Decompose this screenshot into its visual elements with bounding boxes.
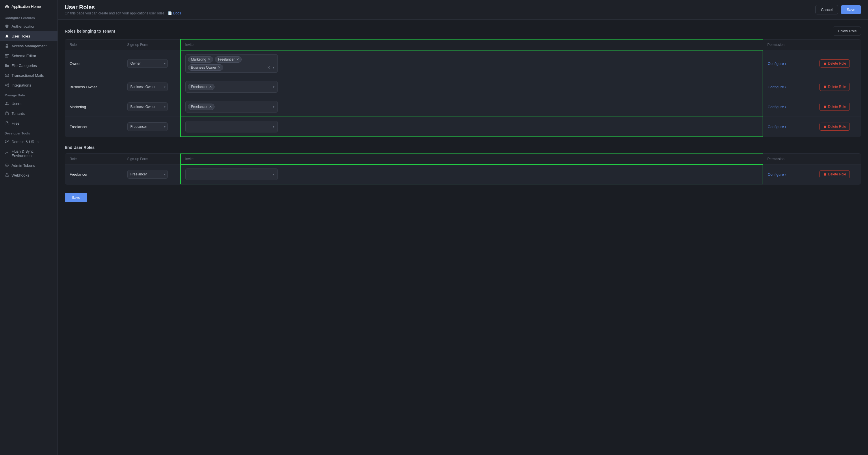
sidebar-item-flush-sync[interactable]: Flush & Sync Environment [0, 147, 58, 160]
col-actions-header [815, 39, 861, 50]
folder-icon [5, 63, 9, 68]
tag-dropdown-bo[interactable]: ▾ [272, 85, 275, 90]
signup-select-owner[interactable]: Owner [127, 59, 168, 68]
invite-tags-mkt[interactable]: Freelancer ✕ ▾ [185, 101, 278, 112]
sidebar-item-integrations[interactable]: Integrations [0, 80, 58, 90]
role-name-freelancer-eu: Freelancer [65, 164, 123, 185]
tag-clear-owner[interactable]: ✕ [267, 65, 271, 70]
sidebar-item-access-management[interactable]: Access Management [0, 41, 58, 51]
col-invite-header: Invite [181, 39, 763, 50]
sync-icon [5, 151, 9, 156]
delete-role-fl-eu[interactable]: Delete Role [819, 170, 850, 178]
docs-link[interactable]: 📄 Docs [166, 11, 181, 15]
save-button-top[interactable]: Save [841, 5, 861, 14]
signup-select-mkt[interactable]: Business Owner [127, 102, 168, 111]
signup-select-bo[interactable]: Business Owner [127, 83, 168, 91]
sidebar-item-schema-editor[interactable]: Schema Editor [0, 51, 58, 61]
svg-point-0 [6, 35, 7, 36]
sidebar-item-app-home[interactable]: Application Home [0, 0, 58, 13]
sidebar-item-webhooks[interactable]: Webhooks [0, 170, 58, 180]
table-row: Business Owner Business Owner ▾ Freel [65, 77, 861, 97]
svg-rect-3 [5, 55, 7, 56]
signup-form-select-fl-eu[interactable]: Freelancer ▾ [127, 170, 168, 178]
sidebar-item-authentication[interactable]: Authentication [0, 21, 58, 31]
tenant-roles-title: Roles belonging to Tenant [65, 29, 115, 33]
sidebar-item-tenants[interactable]: Tenants [0, 108, 58, 118]
invite-tags-fl-eu[interactable]: ▾ [185, 168, 278, 180]
signup-select-fl-eu[interactable]: Freelancer [127, 170, 168, 178]
col-permission-header-eu: Permission [763, 154, 815, 164]
topbar: User Roles On this page you can create a… [58, 0, 868, 20]
col-permission-header: Permission [763, 39, 815, 50]
sidebar-item-users[interactable]: Users [0, 99, 58, 108]
tenants-icon [5, 111, 9, 116]
signup-form-select-mkt[interactable]: Business Owner ▾ [127, 102, 168, 111]
actions-col-bo: Delete Role [815, 77, 861, 97]
svg-rect-4 [5, 57, 8, 58]
mail-icon [5, 73, 9, 77]
role-name-freelancer: Freelancer [65, 117, 123, 137]
actions-col-owner: Delete Role [815, 50, 861, 77]
main-content: User Roles On this page you can create a… [58, 0, 868, 455]
manage-data-label: Manage Data [0, 90, 58, 99]
tag-close-freelancer-mkt[interactable]: ✕ [209, 105, 212, 108]
save-button-bottom[interactable]: Save [65, 193, 87, 202]
configure-link-fl[interactable]: Configure › [768, 125, 786, 129]
invite-tags-fl[interactable]: ▾ [185, 121, 278, 132]
delete-role-fl[interactable]: Delete Role [819, 123, 850, 131]
tag-close-freelancer-bo[interactable]: ✕ [209, 85, 212, 89]
invite-tags-bo[interactable]: Freelancer ✕ ▾ [185, 81, 278, 93]
sidebar-item-transactional-mails[interactable]: Transactional Mails [0, 70, 58, 80]
new-role-button[interactable]: + New Role [833, 27, 861, 35]
tag-dropdown-fl-eu[interactable]: ▾ [272, 172, 275, 177]
tag-close-freelancer[interactable]: ✕ [236, 58, 239, 61]
signup-form-marketing: Business Owner ▾ [123, 97, 181, 117]
sidebar-item-user-roles[interactable]: User Roles [0, 31, 58, 41]
end-user-roles-table: Role Sign-up Form Invite Permission Free… [65, 153, 861, 185]
svg-line-9 [6, 84, 7, 85]
signup-form-owner: Owner ▾ [123, 50, 181, 77]
signup-form-select-fl[interactable]: Freelancer ▾ [127, 122, 168, 131]
configure-link-owner[interactable]: Configure › [768, 61, 786, 66]
tag-input-controls-fl: ▾ [272, 124, 275, 129]
role-name-owner: Owner [65, 50, 123, 77]
configure-link-bo[interactable]: Configure › [768, 85, 786, 89]
signup-form-freelancer: Freelancer ▾ [123, 117, 181, 137]
invite-tags-owner[interactable]: Marketing ✕ Freelancer ✕ Business Owner … [185, 54, 278, 73]
svg-rect-16 [7, 141, 8, 142]
delete-role-mkt[interactable]: Delete Role [819, 103, 850, 111]
tag-dropdown-owner[interactable]: ▾ [272, 65, 275, 70]
tag-close-marketing[interactable]: ✕ [208, 58, 211, 61]
svg-point-11 [6, 102, 7, 103]
svg-point-12 [7, 102, 9, 104]
delete-role-bo[interactable]: Delete Role [819, 83, 850, 91]
sidebar-item-domain-urls[interactable]: Domain & URLs [0, 137, 58, 147]
actions-col-fl: Delete Role [815, 117, 861, 137]
tag-business-owner: Business Owner ✕ [188, 64, 223, 71]
cancel-button[interactable]: Cancel [815, 5, 838, 14]
sidebar-item-file-categories[interactable]: File Categories [0, 61, 58, 70]
permission-col-fl-eu: Configure › [763, 164, 815, 185]
user-roles-icon [5, 34, 9, 38]
delete-role-owner[interactable]: Delete Role [819, 59, 850, 67]
tag-dropdown-mkt[interactable]: ▾ [272, 104, 275, 109]
svg-rect-2 [5, 54, 9, 55]
sidebar-item-files[interactable]: Files [0, 118, 58, 128]
signup-form-select-owner[interactable]: Owner ▾ [127, 59, 168, 68]
svg-point-21 [6, 165, 7, 166]
bottom-actions: Save [65, 193, 861, 208]
configure-link-fl-eu[interactable]: Configure › [768, 172, 786, 176]
role-name-business-owner: Business Owner [65, 77, 123, 97]
tag-freelancer: Freelancer ✕ [215, 56, 241, 63]
integrations-icon [5, 83, 9, 88]
users-icon [5, 101, 9, 106]
signup-form-select-bo[interactable]: Business Owner ▾ [127, 83, 168, 91]
domain-icon [5, 139, 9, 144]
signup-form-business-owner: Business Owner ▾ [123, 77, 181, 97]
tag-close-business-owner[interactable]: ✕ [218, 66, 221, 69]
sidebar-item-admin-tokens[interactable]: Admin Tokens [0, 160, 58, 170]
configure-link-mkt[interactable]: Configure › [768, 105, 786, 109]
tag-dropdown-fl[interactable]: ▾ [272, 124, 275, 129]
signup-select-fl[interactable]: Freelancer [127, 122, 168, 131]
invite-col-fl-eu: ▾ [181, 164, 763, 185]
